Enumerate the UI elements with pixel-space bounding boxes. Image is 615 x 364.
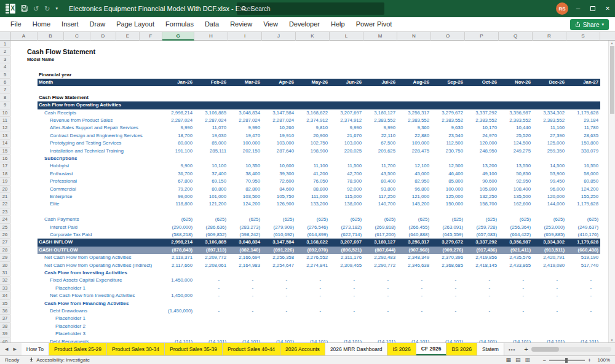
cell-value[interactable]: 3,048,834 [228, 239, 262, 246]
cell-value[interactable]: 2,383,552 [431, 117, 465, 124]
cell-value[interactable]: 92,950 [499, 178, 533, 185]
customize-quick-access-caret-icon[interactable]: ▾ [55, 6, 58, 11]
cell-value[interactable]: (625) [465, 216, 499, 223]
row-header-38[interactable]: 38 [0, 323, 10, 330]
cell-value[interactable]: (917,436) [465, 247, 499, 254]
cell-value[interactable]: - [262, 277, 296, 284]
sheet-tab-how-to[interactable]: How To [22, 343, 49, 355]
cell-value[interactable]: 80,000 [162, 140, 194, 147]
cell-value[interactable]: 27,390 [533, 132, 566, 140]
cell-value[interactable]: - [533, 307, 566, 315]
row-header-36[interactable]: 36 [0, 307, 10, 315]
cell-value[interactable]: 12,500 [431, 162, 465, 170]
cell-value[interactable]: (14,101) [228, 338, 262, 342]
cell-value[interactable]: 103,000 [330, 140, 363, 147]
cell-value[interactable]: 103,500 [228, 193, 262, 200]
cell-value[interactable]: 11,070 [194, 124, 228, 132]
cell-value[interactable]: 144,000 [533, 200, 566, 208]
cell-value[interactable]: 99,000 [162, 193, 194, 200]
cell-value[interactable]: 11,100 [296, 162, 330, 170]
prev-sheet-icon[interactable]: ◀ [5, 347, 8, 352]
cell-value[interactable]: (659,885) [533, 231, 566, 239]
sheet-tab-product-sales-25-29[interactable]: Product Sales 25-29 [49, 343, 107, 355]
cell-value[interactable]: - [533, 285, 566, 292]
cell-value[interactable]: 46,400 [431, 170, 465, 178]
row-header-19[interactable]: 19 [0, 178, 10, 185]
cell-value[interactable]: (664,422) [499, 231, 533, 239]
cell-value[interactable]: (276,546) [296, 224, 330, 231]
cell-value[interactable]: 249,275 [499, 148, 533, 155]
cell-value[interactable]: 2,433,865 [499, 262, 533, 269]
cell-value[interactable]: 2,374,912 [296, 117, 330, 124]
cell-value[interactable]: 39,300 [262, 170, 296, 178]
cell-value[interactable]: 3,106,885 [194, 239, 228, 246]
zoom-slider[interactable] [549, 360, 585, 361]
cell-value[interactable]: 70,950 [228, 178, 262, 185]
cell-value[interactable]: - [262, 285, 296, 292]
cell-value[interactable]: 3,279,672 [431, 239, 465, 246]
share-button[interactable]: Share ▾ [570, 19, 609, 30]
cell-value[interactable]: 124,200 [228, 200, 262, 208]
cell-value[interactable]: (891,226) [262, 247, 296, 254]
cell-value[interactable]: 13,200 [465, 162, 499, 170]
cell-value[interactable]: (14,101) [296, 338, 330, 342]
cell-value[interactable]: (14,101) [397, 338, 431, 342]
cell-value[interactable]: 11,780 [566, 124, 600, 132]
cell-label-interest-paid[interactable]: Interest Paid [50, 224, 77, 231]
cell-value[interactable]: 145,200 [397, 200, 431, 208]
scroll-down-icon[interactable]: ▼ [611, 338, 614, 342]
cell-value[interactable]: 105,800 [465, 186, 499, 193]
row-header-6[interactable]: 6 [0, 79, 10, 86]
cell-value[interactable]: - [465, 307, 499, 315]
cell-value[interactable]: - [499, 307, 533, 315]
cell-label-elite[interactable]: Elite [50, 200, 60, 208]
cell-value[interactable]: (14,101) [194, 338, 228, 342]
cell-value[interactable]: 3,168,622 [296, 239, 330, 246]
row-header-31[interactable]: 31 [0, 269, 10, 277]
row-header-27[interactable]: 27 [0, 239, 10, 246]
cell-value[interactable]: (14,101) [262, 338, 296, 342]
cell-value[interactable]: 121,000 [397, 193, 431, 200]
ribbon-tab-draw[interactable]: Draw [84, 17, 111, 31]
row-header-22[interactable]: 22 [0, 200, 10, 208]
cell-value[interactable]: (249,637) [566, 224, 600, 231]
ribbon-tab-formulas[interactable]: Formulas [160, 17, 199, 31]
cell-value[interactable]: (14,101) [363, 338, 397, 342]
cell-value[interactable]: - [262, 292, 296, 299]
cell-value[interactable]: 2,420,791 [533, 254, 566, 261]
cell-label-month[interactable]: Month [39, 79, 53, 86]
cell-value[interactable]: (625) [262, 216, 296, 223]
cell-value[interactable]: 3,334,302 [533, 109, 566, 117]
cell-value[interactable]: - [330, 277, 363, 284]
cell-value[interactable]: (1,450,000) [162, 307, 194, 315]
cell-value[interactable]: 2,119,371 [162, 254, 194, 261]
vertical-scroll-thumb[interactable] [610, 46, 614, 114]
cell-value[interactable]: 22,110 [363, 132, 397, 140]
maximize-button[interactable] [585, 0, 600, 17]
cell-value[interactable]: - [363, 277, 397, 284]
cell-label-cash-outflow[interactable]: CASH OUTFLOW [39, 247, 78, 254]
horizontal-scrollbar[interactable] [531, 347, 611, 352]
cell-value[interactable]: (14,101) [566, 338, 600, 342]
cell-value[interactable]: (625) [228, 216, 262, 223]
cell-value[interactable]: 24,970 [465, 132, 499, 140]
cell-value[interactable]: (625) [162, 216, 194, 223]
cell-value[interactable]: - [330, 285, 363, 292]
cell-value[interactable]: 93,800 [363, 186, 397, 193]
cell-value[interactable]: 11,700 [363, 162, 397, 170]
cell-value[interactable]: 2,370,396 [431, 254, 465, 261]
cell-value[interactable]: 12,100 [397, 162, 431, 170]
cell-value[interactable]: 103,000 [262, 140, 296, 147]
row-header-12[interactable]: 12 [0, 124, 10, 132]
cell-value[interactable]: - [499, 277, 533, 284]
row-header-11[interactable]: 11 [0, 117, 10, 124]
column-header-O[interactable]: O [431, 32, 465, 41]
row-header-13[interactable]: 13 [0, 132, 10, 140]
page-layout-view-icon[interactable]: ▤ [515, 357, 521, 363]
cell-value[interactable]: 112,500 [431, 140, 465, 147]
cell-value[interactable]: 1,179,628 [566, 239, 600, 246]
row-header-29[interactable]: 29 [0, 254, 10, 261]
cell-value[interactable]: 124,500 [499, 140, 533, 147]
cell-value[interactable]: 84,600 [262, 186, 296, 193]
cell-value[interactable]: 102,750 [296, 140, 330, 147]
